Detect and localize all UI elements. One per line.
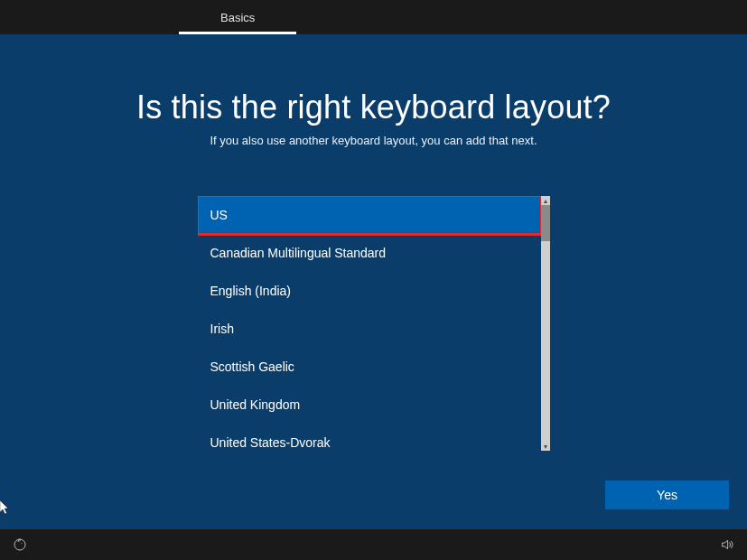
accessibility-icon[interactable] (11, 536, 29, 554)
layout-item-label: United Kingdom (210, 397, 301, 412)
top-bar-spacer (0, 0, 179, 34)
scrollbar[interactable]: ▴ ▾ (541, 196, 550, 451)
main-content: Is this the right keyboard layout? If yo… (0, 34, 747, 529)
layout-item-irish[interactable]: Irish (198, 310, 541, 348)
layout-item-scottish-gaelic[interactable]: Scottish Gaelic (198, 348, 541, 386)
layout-item-label: Scottish Gaelic (210, 359, 294, 374)
tab-label: Basics (220, 11, 255, 24)
layout-item-label: United States-Dvorak (210, 435, 331, 450)
volume-icon[interactable] (718, 536, 736, 554)
yes-button[interactable]: Yes (605, 481, 729, 509)
top-bar: Basics (0, 0, 747, 34)
layout-item-english-india[interactable]: English (India) (198, 272, 541, 310)
keyboard-layout-list: US Canadian Multilingual Standard Englis… (198, 196, 550, 451)
layout-item-us[interactable]: US (198, 196, 541, 234)
scroll-thumb[interactable] (541, 205, 550, 241)
page-title: Is this the right keyboard layout? (136, 89, 611, 126)
scroll-up-icon[interactable]: ▴ (541, 196, 550, 205)
layout-item-label: English (India) (210, 284, 292, 298)
scroll-down-icon[interactable]: ▾ (541, 442, 550, 451)
layout-item-us-dvorak[interactable]: United States-Dvorak (198, 424, 541, 451)
bottom-bar (0, 529, 747, 560)
tab-basics[interactable]: Basics (179, 0, 296, 34)
layout-item-label: Canadian Multilingual Standard (210, 246, 387, 260)
keyboard-layout-items: US Canadian Multilingual Standard Englis… (198, 196, 541, 451)
layout-item-label: US (210, 208, 228, 222)
layout-item-uk[interactable]: United Kingdom (198, 386, 541, 424)
page-subtitle: If you also use another keyboard layout,… (210, 134, 537, 147)
layout-item-canadian[interactable]: Canadian Multilingual Standard (198, 234, 541, 272)
layout-item-label: Irish (210, 322, 234, 336)
